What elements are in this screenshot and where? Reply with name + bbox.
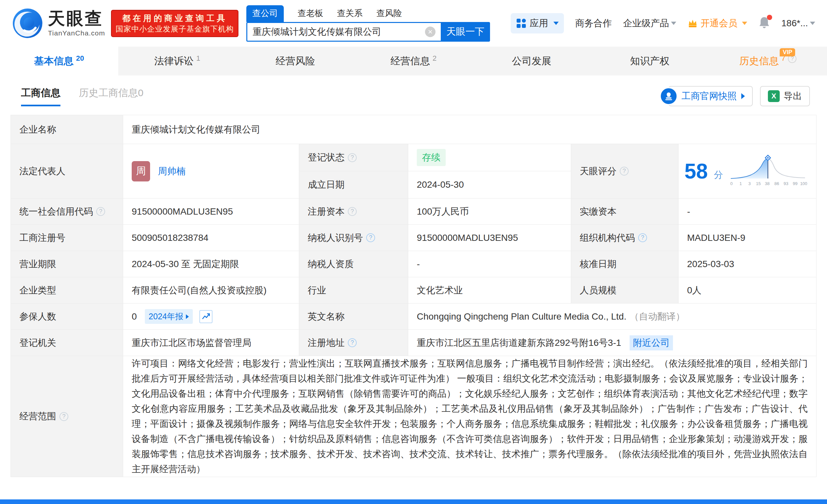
label-text: 纳税人资质 <box>308 258 354 270</box>
nav-open-vip[interactable]: 开通会员 <box>687 17 747 30</box>
search-tab-company[interactable]: 查公司 <box>246 5 284 22</box>
tab-label: 基本信息 <box>34 54 74 68</box>
label-text: 行业 <box>308 284 326 297</box>
value-text: 100万人民币 <box>417 206 469 218</box>
search-tab-relation[interactable]: 查关系 <box>337 5 362 22</box>
label-text: 参保人数 <box>19 311 56 323</box>
search-button[interactable]: 天眼一下 <box>441 22 490 42</box>
field-label-org-code: 组织机构代码 ? <box>571 225 679 251</box>
field-label-taxpayer-quality: 纳税人资质 <box>299 251 408 277</box>
help-icon[interactable]: ? <box>348 207 357 216</box>
field-label-tianyan-score: 天眼评分 ? <box>571 144 679 199</box>
apps-menu[interactable]: 应用 <box>511 13 564 34</box>
search-tabs: 查公司 查老板 查关系 查风险 <box>246 5 490 22</box>
field-value-company-type: 有限责任公司(自然人投资或控股) <box>123 277 299 303</box>
field-value-tianyan-score: 58 分 0 1 3 15 38 86 93 99 100 <box>679 144 816 199</box>
field-value-business-term: 2024-05-30 至 无固定期限 <box>123 251 299 277</box>
notification-dot <box>767 15 772 20</box>
value-text: 2024-05-30 至 无固定期限 <box>132 258 239 270</box>
score-unit: 分 <box>714 169 723 181</box>
nearby-companies-link[interactable]: 附近公司 <box>630 335 673 350</box>
svg-text:86: 86 <box>774 181 779 186</box>
help-icon[interactable]: ? <box>59 412 68 421</box>
svg-text:93: 93 <box>784 181 788 186</box>
annual-report-badge[interactable]: 2024年报 <box>145 309 193 324</box>
value-text: 2025-03-03 <box>687 259 734 269</box>
value-text: 0人 <box>687 284 701 297</box>
trend-chart-icon[interactable] <box>199 310 212 323</box>
stamp-icon <box>660 87 678 105</box>
label-text: 营业期限 <box>19 258 56 270</box>
field-label-established-date: 成立日期 <box>299 171 408 199</box>
chevron-down-icon <box>553 22 559 25</box>
promo-banner: 都在用的商业查询工具 国家中小企业发展子基金旗下机构 <box>111 10 238 37</box>
logo[interactable]: 天眼查 TianYanCha.com <box>12 8 105 39</box>
header-nav: 应用 商务合作 企业级产品 开通会员 186*... <box>511 13 815 34</box>
search-input[interactable] <box>253 26 425 37</box>
clear-icon[interactable]: × <box>425 26 436 37</box>
nav-enterprise-products[interactable]: 企业级产品 <box>623 17 676 30</box>
header: 天眼查 TianYanCha.com 都在用的商业查询工具 国家中小企业发展子基… <box>0 0 827 47</box>
tab-basic-info[interactable]: 基本信息 20 <box>0 47 118 75</box>
value-text: MADLU3EN-9 <box>687 233 745 243</box>
apps-label: 应用 <box>530 17 548 30</box>
value-text: 2024-05-30 <box>417 179 464 190</box>
tab-label: 知识产权 <box>630 54 669 68</box>
chevron-down-icon <box>810 22 815 25</box>
field-value-paid-capital: - <box>679 199 816 225</box>
tab-legal-proceedings[interactable]: 法律诉讼 1 <box>118 47 237 75</box>
field-value-approval-date: 2025-03-03 <box>679 251 816 277</box>
label-text: 成立日期 <box>308 178 345 191</box>
chevron-down-icon <box>742 22 747 25</box>
help-icon[interactable]: ? <box>96 207 105 216</box>
notification-bell[interactable] <box>758 16 770 31</box>
tab-operating-risk[interactable]: 经营风险 <box>236 47 354 75</box>
legal-rep-link[interactable]: 周帅楠 <box>158 165 186 177</box>
export-button[interactable]: X 导出 <box>760 86 810 106</box>
chevron-down-icon <box>671 22 676 25</box>
search-tab-boss[interactable]: 查老板 <box>298 5 323 22</box>
help-icon[interactable]: ? <box>366 233 375 242</box>
help-icon[interactable]: ? <box>620 167 629 176</box>
label-text: 组织机构代码 <box>580 232 635 244</box>
auto-translate-note: （自动翻译） <box>630 311 685 323</box>
value-text: Chongqing Qingcheng Plan Culture Media C… <box>417 312 626 322</box>
field-value-legal-rep: 周 周帅楠 <box>123 144 299 199</box>
field-label-approval-date: 核准日期 <box>571 251 679 277</box>
nav-business-cooperation[interactable]: 商务合作 <box>575 17 612 30</box>
value-text: 重庆市江北区市场监督管理局 <box>132 337 251 349</box>
tianyancha-logo-icon <box>12 8 43 39</box>
svg-text:0: 0 <box>730 181 733 186</box>
label-text: 人员规模 <box>580 284 617 297</box>
help-icon[interactable]: ? <box>348 153 357 162</box>
business-info-table: 企业名称 重庆倾城计划文化传媒有限公司 法定代表人 周 周帅楠 登记状态 ? 存… <box>10 115 817 477</box>
tab-business-info[interactable]: 经营信息 2 <box>354 47 473 75</box>
arrow-right-icon <box>741 93 745 99</box>
user-account[interactable]: 186*... <box>781 18 815 29</box>
field-value-established-date: 2024-05-30 <box>408 171 571 199</box>
field-value-business-scope: 许可项目：网络文化经营；电影发行；营业性演出；互联网直播技术服务；互联网信息服务… <box>123 356 816 477</box>
label-text: 核准日期 <box>580 258 617 270</box>
search-area: 查公司 查老板 查关系 查风险 × 天眼一下 <box>246 5 490 42</box>
logo-text: 天眼查 TianYanCha.com <box>48 10 105 37</box>
tab-company-development[interactable]: 公司发展 <box>473 47 591 75</box>
label-text: 天眼评分 <box>580 165 617 177</box>
value-text: 91500000MADLU3EN95 <box>132 206 233 217</box>
tab-label: 经营风险 <box>276 54 315 68</box>
snapshot-label: 工商官网快照 <box>682 90 737 102</box>
value-text: 0 <box>132 312 137 322</box>
field-label-business-scope: 经营范围 ? <box>11 356 123 477</box>
subtab-history-registration[interactable]: 历史工商信息0 <box>79 86 144 106</box>
label-text: 法定代表人 <box>19 165 65 177</box>
search-tab-risk[interactable]: 查风险 <box>376 5 402 22</box>
help-icon[interactable]: ? <box>348 338 357 347</box>
bottom-blue-bar <box>0 499 827 504</box>
legal-rep-avatar[interactable]: 周 <box>132 161 150 181</box>
tab-intellectual-property[interactable]: 知识产权 <box>591 47 709 75</box>
help-icon[interactable]: ? <box>638 233 647 242</box>
tab-label: 法律诉讼 <box>154 54 193 68</box>
subtab-business-registration[interactable]: 工商信息 <box>21 86 60 106</box>
tab-history-info[interactable]: VIP 历史信息 7 ? <box>709 47 827 75</box>
official-snapshot-button[interactable]: 工商官网快照 <box>668 86 753 106</box>
label-text: 注册资本 <box>308 206 345 218</box>
